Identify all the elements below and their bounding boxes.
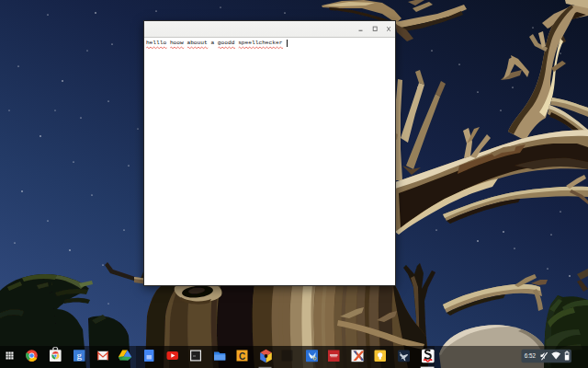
svg-text:6:52: 6:52 bbox=[525, 352, 537, 359]
svg-text:C: C bbox=[239, 351, 245, 362]
svg-text:g: g bbox=[77, 350, 83, 361]
